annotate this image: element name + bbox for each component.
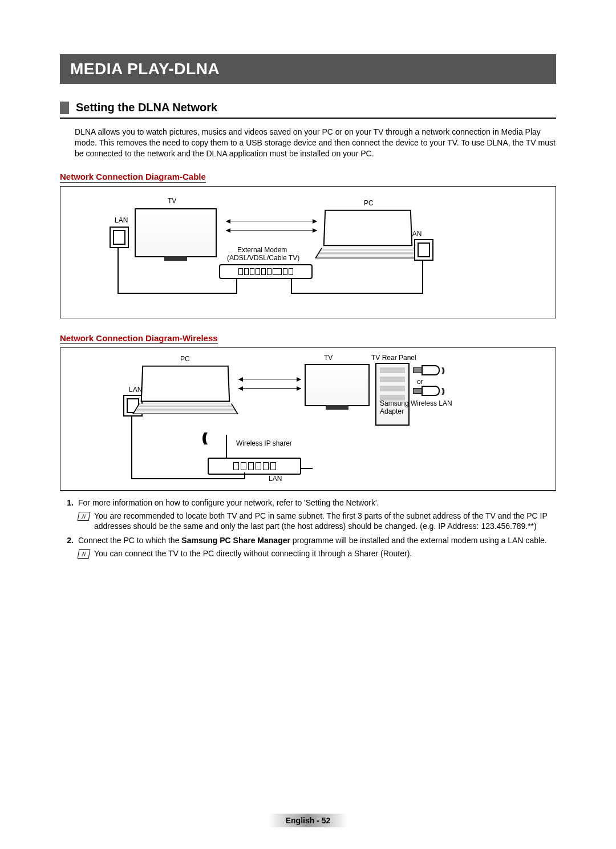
cable-label-tv: TV (168, 197, 176, 205)
section-marker-icon (60, 102, 69, 114)
w-label-adapter: Samsung Wireless LAN Adapter (380, 399, 460, 415)
section-heading: Setting the DLNA Network (76, 101, 217, 114)
cable-line (244, 472, 245, 479)
list-text: Connect the PC to which the Samsung PC S… (78, 535, 556, 546)
tv-icon (135, 208, 217, 257)
laptop-icon (324, 209, 418, 262)
w-label-or: or (417, 378, 423, 386)
note-text: You are recommended to locate both TV an… (94, 511, 556, 532)
modem-icon (219, 264, 313, 279)
double-arrow-icon (238, 388, 301, 389)
double-arrow-icon (226, 221, 317, 221)
diagram-wireless-heading: Network Connection Diagram-Wireless (60, 333, 218, 344)
wireless-adapter-icon: ))) (413, 365, 443, 375)
list-text-lead: Connect the PC to which the (78, 536, 181, 545)
cable-line (117, 293, 237, 294)
diagram-cable: TV PC LAN LAN External Modem (ADSL/VDSL/… (60, 186, 556, 318)
cable-line (131, 478, 245, 479)
cable-label-pc: PC (364, 199, 374, 207)
cable-line (131, 417, 132, 479)
w-label-pc: PC (180, 355, 190, 363)
lan-port-icon (110, 227, 129, 248)
cable-label-lan-left: LAN (115, 216, 128, 224)
router-icon (208, 458, 301, 475)
list-number: 1. (60, 498, 74, 508)
wifi-icon: ((( (202, 430, 204, 445)
antenna-icon (226, 435, 227, 458)
instruction-list: 1. For more information on how to config… (60, 498, 556, 559)
note-icon: N (78, 549, 91, 559)
diagram-wireless: PC TV TV Rear Panel LAN ))) or ))) Samsu… (60, 347, 556, 491)
cable-label-modem1: External Modem (237, 246, 287, 254)
section-heading-row: Setting the DLNA Network (60, 101, 556, 114)
cable-line (117, 248, 119, 294)
diagram-cable-heading: Network Connection Diagram-Cable (60, 172, 206, 183)
page-title-bar: MEDIA PLAY-DLNA (60, 54, 556, 84)
note-text: You can connect the TV to the PC directl… (94, 548, 556, 559)
note-row: N You can connect the TV to the PC direc… (78, 548, 556, 559)
double-arrow-icon (238, 379, 301, 379)
w-label-lan: LAN (129, 386, 142, 394)
note-icon: N (78, 512, 91, 521)
page-footer: English - 52 (0, 814, 616, 827)
list-text-bold: Samsung PC Share Manager (181, 536, 290, 545)
cable-line (291, 278, 292, 294)
w-label-rear: TV Rear Panel (371, 354, 416, 362)
list-item: 1. For more information on how to config… (60, 498, 556, 508)
cable-line (301, 468, 313, 469)
w-label-lan-router: LAN (269, 475, 282, 483)
list-number: 2. (60, 535, 74, 546)
cable-line (291, 293, 423, 294)
laptop-icon (141, 365, 235, 418)
cable-label-modem2: (ADSL/VDSL/Cable TV) (227, 254, 299, 262)
list-text: For more information on how to configure… (78, 498, 556, 508)
cable-line (422, 260, 423, 294)
list-text-tail: programme will be installed and the exte… (290, 536, 547, 545)
note-row: N You are recommended to locate both TV … (78, 511, 556, 532)
w-label-router: Wireless IP sharer (236, 439, 292, 447)
w-label-tv: TV (324, 354, 333, 362)
wireless-adapter-icon: ))) (413, 386, 443, 396)
double-arrow-icon (226, 230, 317, 231)
section-underline (60, 118, 556, 119)
cable-line (236, 278, 237, 294)
footer-page-label: English - 52 (269, 814, 348, 827)
list-item: 2. Connect the PC to which the Samsung P… (60, 535, 556, 546)
lan-port-icon (414, 239, 433, 261)
tv-icon (305, 364, 370, 406)
tv-rear-panel-icon (375, 363, 410, 426)
intro-paragraph: DLNA allows you to watch pictures, music… (75, 127, 556, 159)
